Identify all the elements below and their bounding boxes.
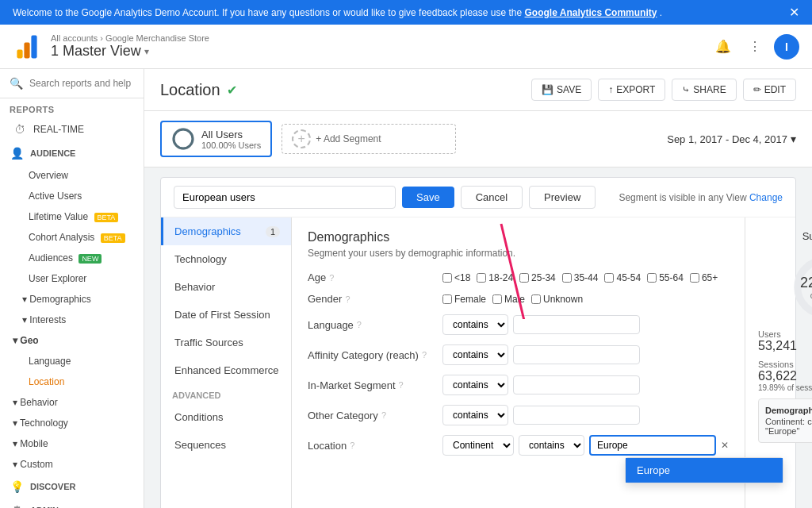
age-65plus[interactable]: 65+ <box>690 272 718 283</box>
search-input[interactable] <box>29 78 134 89</box>
age-help-icon[interactable]: ? <box>329 273 334 283</box>
more-options-icon[interactable]: ⋮ <box>742 34 768 60</box>
breadcrumb: All accounts › Google Merchandise Store <box>51 33 710 43</box>
close-icon[interactable]: ✕ <box>789 5 799 20</box>
date-range-picker[interactable]: Sep 1, 2017 - Dec 4, 2017 ▾ <box>667 133 796 145</box>
gender-female[interactable]: Female <box>442 294 486 305</box>
sidebar-section-admin: ⚙ ADMIN <box>0 498 144 508</box>
age-35-44[interactable]: 35-44 <box>562 272 599 283</box>
location-continent-select[interactable]: Continent <box>442 435 514 456</box>
edit-button[interactable]: ✏ EDIT <box>743 79 796 101</box>
banner-link[interactable]: Google Analytics Community <box>525 7 657 18</box>
sidebar-item-behavior[interactable]: ▾ Behavior <box>0 392 144 413</box>
inmarket-help-icon[interactable]: ? <box>399 380 404 390</box>
location-dropdown-item-europe[interactable]: Europe <box>626 458 783 483</box>
segment-label: All Users <box>201 129 261 140</box>
sidebar-item-technology[interactable]: ▾ Technology <box>0 413 144 433</box>
inmarket-filter-select[interactable]: contains <box>442 375 508 395</box>
add-segment-button[interactable]: + + Add Segment <box>282 124 456 154</box>
sidebar-item-demographics[interactable]: ▾ Demographics <box>0 289 144 310</box>
inmarket-filter-input[interactable] <box>513 375 640 394</box>
sidebar-item-location[interactable]: Location <box>0 371 144 392</box>
avatar[interactable]: I <box>774 34 799 60</box>
affinity-help-icon[interactable]: ? <box>422 350 427 360</box>
location-row: Location ? Continent contains <box>308 435 729 456</box>
svg-rect-0 <box>17 49 22 58</box>
segment-save-button[interactable]: Save <box>402 187 454 208</box>
age-45-54[interactable]: 45-54 <box>604 272 641 283</box>
view-name[interactable]: 1 Master View ▾ <box>51 43 710 60</box>
export-button[interactable]: ↑ EXPORT <box>598 79 665 101</box>
seg-nav-sequences[interactable]: Sequences <box>161 431 291 459</box>
report-header: Location ✔ 💾 SAVE ↑ EXPORT ⤷ SHARE <box>144 69 812 111</box>
svg-rect-2 <box>31 35 36 58</box>
gender-unknown[interactable]: Unknown <box>531 294 583 305</box>
other-filter-select[interactable]: contains <box>442 405 508 425</box>
demo-title: Demographics <box>308 230 729 244</box>
sidebar-item-audiences[interactable]: Audiences NEW <box>0 248 144 268</box>
affinity-filter-select[interactable]: contains <box>442 344 508 365</box>
sidebar-item-custom[interactable]: ▾ Custom <box>0 454 144 475</box>
age-row: Age ? <18 18-24 25-34 35-44 45-54 55-64 … <box>308 271 729 283</box>
location-condition-select[interactable]: contains <box>519 435 584 456</box>
affinity-filter: contains <box>442 344 640 365</box>
sidebar-item-interests[interactable]: ▾ Interests <box>0 310 144 330</box>
age-55-64[interactable]: 55-64 <box>647 272 684 283</box>
save-button[interactable]: 💾 SAVE <box>531 79 592 101</box>
sidebar-item-overview[interactable]: Overview <box>0 165 144 186</box>
sessions-label: Sessions <box>758 360 812 369</box>
notifications-icon[interactable]: 🔔 <box>710 34 736 60</box>
language-filter-input[interactable] <box>513 315 640 334</box>
sessions-pct: 19.89% of sessions <box>758 383 812 392</box>
sidebar-item-user-explorer[interactable]: User Explorer <box>0 268 144 289</box>
language-label: Language ? <box>308 319 435 331</box>
inmarket-label: In-Market Segment ? <box>308 379 435 391</box>
other-filter-input[interactable] <box>513 406 640 425</box>
share-button[interactable]: ⤷ SHARE <box>672 79 736 101</box>
age-checkboxes: <18 18-24 25-34 35-44 45-54 55-64 65+ <box>442 272 718 283</box>
location-filter: Continent contains ✕ Europe <box>442 435 729 456</box>
seg-nav-enhanced-ecommerce[interactable]: Enhanced Ecommerce <box>161 356 291 384</box>
sidebar-item-active-users[interactable]: Active Users <box>0 186 144 206</box>
top-banner: Welcome to the Google Analytics Demo Acc… <box>0 0 812 25</box>
sidebar-item-language[interactable]: Language <box>0 351 144 371</box>
change-link[interactable]: Change <box>749 192 783 203</box>
gender-row: Gender ? Female Male Unknown <box>308 293 729 305</box>
sidebar-item-geo[interactable]: ▾ Geo <box>0 330 144 351</box>
other-help-icon[interactable]: ? <box>381 410 386 420</box>
banner-text: Welcome to the Google Analytics Demo Acc… <box>13 7 662 18</box>
affinity-filter-input[interactable] <box>513 345 640 364</box>
sidebar-item-realtime[interactable]: ⏱ REAL-TIME <box>0 117 144 141</box>
seg-nav-demographics[interactable]: Demographics 1 <box>161 217 291 245</box>
summary-title: Summary <box>758 230 812 242</box>
age-18-24[interactable]: 18-24 <box>477 272 513 283</box>
gender-label: Gender ? <box>308 293 435 305</box>
location-value-input[interactable] <box>589 435 716 456</box>
seg-nav-behavior[interactable]: Behavior <box>161 273 291 301</box>
language-help-icon[interactable]: ? <box>357 320 362 329</box>
gender-help-icon[interactable]: ? <box>345 294 350 304</box>
location-help-icon[interactable]: ? <box>350 441 354 450</box>
segment-preview-button[interactable]: Preview <box>529 186 596 209</box>
language-row: Language ? contains <box>308 314 729 335</box>
segment-name-input[interactable] <box>174 186 396 209</box>
donut-label: of users <box>800 291 812 300</box>
seg-nav-date-first-session[interactable]: Date of First Session <box>161 301 291 329</box>
age-under18[interactable]: <18 <box>442 272 470 283</box>
seg-nav-technology[interactable]: Technology <box>161 245 291 273</box>
header-icons: 🔔 ⋮ I <box>710 34 799 60</box>
location-clear-icon[interactable]: ✕ <box>721 440 729 451</box>
sidebar-item-mobile[interactable]: ▾ Mobile <box>0 433 144 454</box>
seg-nav-traffic-sources[interactable]: Traffic Sources <box>161 329 291 356</box>
language-filter-select[interactable]: contains <box>442 314 508 335</box>
segments-bar: All Users 100.00% Users + + Add Segment … <box>144 111 812 167</box>
age-25-34[interactable]: 25-34 <box>519 272 556 283</box>
seg-nav-conditions[interactable]: Conditions <box>161 403 291 431</box>
sidebar-item-lifetime-value[interactable]: Lifetime Value BETA <box>0 206 144 227</box>
segment-editor: Save Cancel Preview Segment is visible i… <box>160 177 796 508</box>
segment-cancel-button[interactable]: Cancel <box>461 186 523 209</box>
sidebar-item-cohort[interactable]: Cohort Analysis BETA <box>0 227 144 248</box>
export-icon: ↑ <box>608 84 613 95</box>
all-users-segment[interactable]: All Users 100.00% Users <box>160 121 272 157</box>
gender-male[interactable]: Male <box>492 294 525 305</box>
